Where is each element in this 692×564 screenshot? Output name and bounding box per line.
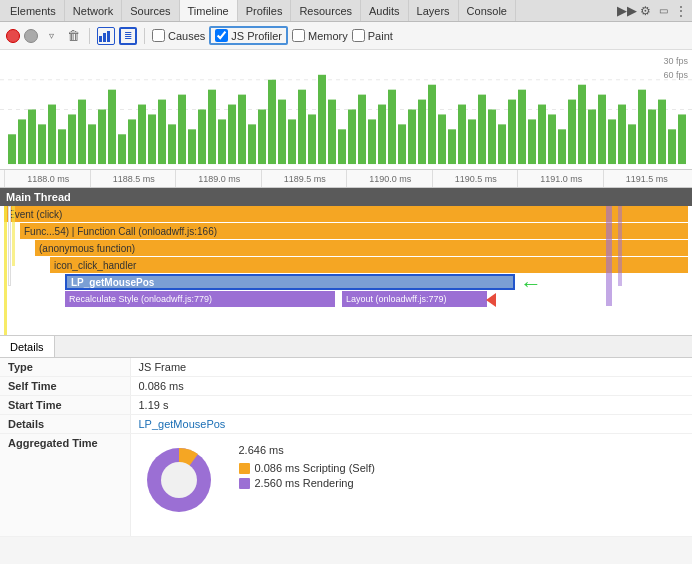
main-thread-header: Main Thread bbox=[0, 188, 692, 206]
settings-gear-icon[interactable]: ⚙ bbox=[636, 2, 654, 20]
tab-audits[interactable]: Audits bbox=[361, 0, 409, 21]
detail-row-starttime: Start Time 1.19 s bbox=[0, 396, 692, 415]
svg-rect-18 bbox=[138, 105, 146, 164]
detail-row-type: Type JS Frame bbox=[0, 358, 692, 377]
tab-sources[interactable]: Sources bbox=[122, 0, 179, 21]
svg-rect-37 bbox=[328, 100, 336, 164]
timeline-svg bbox=[0, 50, 692, 169]
detail-row-details: Details LP_getMousePos bbox=[0, 415, 692, 434]
tab-layers[interactable]: Layers bbox=[409, 0, 459, 21]
svg-rect-35 bbox=[308, 114, 316, 164]
tab-resources[interactable]: Resources bbox=[291, 0, 361, 21]
more-icon[interactable]: ⋮ bbox=[672, 2, 690, 20]
svg-rect-10 bbox=[58, 129, 66, 164]
svg-rect-48 bbox=[438, 114, 446, 164]
paint-checkbox[interactable] bbox=[352, 29, 365, 42]
svg-rect-72 bbox=[678, 114, 686, 164]
detail-key-details: Details bbox=[0, 415, 130, 434]
time-tick-5: 1190.5 ms bbox=[432, 170, 518, 187]
svg-rect-61 bbox=[568, 100, 576, 164]
detail-key-aggregated: Aggregated Time bbox=[0, 434, 130, 537]
svg-rect-57 bbox=[528, 119, 536, 164]
svg-rect-52 bbox=[478, 95, 486, 164]
js-profiler-box: JS Profiler bbox=[209, 26, 288, 45]
detail-row-aggregated: Aggregated Time bbox=[0, 434, 692, 537]
svg-rect-11 bbox=[68, 114, 76, 164]
svg-rect-55 bbox=[508, 100, 516, 164]
svg-rect-25 bbox=[208, 90, 216, 164]
svg-rect-50 bbox=[458, 105, 466, 164]
svg-rect-15 bbox=[108, 90, 116, 164]
svg-rect-69 bbox=[648, 110, 656, 165]
stop-button[interactable] bbox=[24, 29, 38, 43]
svg-rect-43 bbox=[388, 90, 396, 164]
detail-value-aggregated: 2.646 ms 0.086 ms Scripting (Self) 2.560… bbox=[130, 434, 692, 537]
separator-2 bbox=[144, 28, 145, 44]
detail-key-starttime: Start Time bbox=[0, 396, 130, 415]
memory-checkbox[interactable] bbox=[292, 29, 305, 42]
tab-elements[interactable]: Elements bbox=[2, 0, 65, 21]
svg-rect-62 bbox=[578, 85, 586, 164]
tab-network[interactable]: Network bbox=[65, 0, 122, 21]
svg-rect-1 bbox=[103, 33, 106, 42]
time-ruler: 1188.0 ms 1188.5 ms 1189.0 ms 1189.5 ms … bbox=[0, 170, 692, 188]
svg-rect-63 bbox=[588, 110, 596, 165]
time-tick-2: 1189.0 ms bbox=[175, 170, 261, 187]
svg-rect-45 bbox=[408, 110, 416, 165]
screen-icon[interactable]: ▭ bbox=[654, 2, 672, 20]
memory-checkbox-label[interactable]: Memory bbox=[292, 29, 348, 42]
svg-rect-5 bbox=[8, 134, 16, 164]
paint-checkbox-label[interactable]: Paint bbox=[352, 29, 393, 42]
legend-rendering-label: 2.560 ms Rendering bbox=[255, 477, 354, 489]
js-profiler-checkbox[interactable] bbox=[215, 29, 228, 42]
trash-icon[interactable]: 🗑 bbox=[64, 27, 82, 45]
run-icon[interactable]: ▶▶ bbox=[618, 2, 636, 20]
svg-rect-8 bbox=[38, 124, 46, 164]
svg-rect-46 bbox=[418, 100, 426, 164]
svg-point-74 bbox=[161, 462, 197, 498]
svg-rect-58 bbox=[538, 105, 546, 164]
svg-rect-65 bbox=[608, 119, 616, 164]
svg-rect-16 bbox=[118, 134, 126, 164]
js-profiler-checkbox-label[interactable]: JS Profiler bbox=[215, 29, 282, 42]
flame-row-3-label: icon_click_handler bbox=[54, 260, 136, 271]
flame-chart[interactable]: Event (click) Func...54) | Function Call… bbox=[0, 206, 692, 336]
svg-rect-2 bbox=[107, 31, 110, 42]
svg-rect-33 bbox=[288, 119, 296, 164]
svg-rect-49 bbox=[448, 129, 456, 164]
details-tab[interactable]: Details bbox=[0, 336, 55, 357]
details-tabs: Details bbox=[0, 336, 692, 358]
nav-tabs: Elements Network Sources Timeline Profil… bbox=[0, 0, 692, 22]
tab-profiles[interactable]: Profiles bbox=[238, 0, 292, 21]
detail-value-selftime: 0.086 ms bbox=[130, 377, 692, 396]
detail-link-lp-getmousepos[interactable]: LP_getMousePos bbox=[139, 418, 226, 430]
details-table: Type JS Frame Self Time 0.086 ms Start T… bbox=[0, 358, 692, 537]
flame-row-4-label: LP_getMousePos bbox=[71, 277, 154, 288]
causes-checkbox[interactable] bbox=[152, 29, 165, 42]
causes-checkbox-label[interactable]: Causes bbox=[152, 29, 205, 42]
tab-timeline[interactable]: Timeline bbox=[180, 0, 238, 21]
chart-total-label: 2.646 ms bbox=[239, 444, 375, 456]
svg-rect-12 bbox=[78, 100, 86, 164]
filter-icon[interactable]: ▿ bbox=[42, 27, 60, 45]
flame-chart-icon[interactable]: ≣ bbox=[119, 27, 137, 45]
svg-rect-13 bbox=[88, 124, 96, 164]
svg-rect-23 bbox=[188, 129, 196, 164]
svg-rect-36 bbox=[318, 75, 326, 164]
record-button[interactable] bbox=[6, 29, 20, 43]
svg-rect-64 bbox=[598, 95, 606, 164]
detail-key-type: Type bbox=[0, 358, 130, 377]
svg-rect-42 bbox=[378, 105, 386, 164]
pie-chart bbox=[139, 440, 229, 530]
green-arrow: ← bbox=[520, 271, 542, 297]
svg-rect-20 bbox=[158, 100, 166, 164]
time-tick-3: 1189.5 ms bbox=[261, 170, 347, 187]
svg-rect-47 bbox=[428, 85, 436, 164]
bar-chart-icon[interactable] bbox=[97, 27, 115, 45]
tab-console[interactable]: Console bbox=[459, 0, 516, 21]
legend-scripting: 0.086 ms Scripting (Self) bbox=[239, 462, 375, 474]
svg-rect-31 bbox=[268, 80, 276, 164]
svg-rect-44 bbox=[398, 124, 406, 164]
record-toolbar: ▿ 🗑 ≣ Causes JS Profiler Memory Paint bbox=[0, 22, 692, 50]
svg-rect-40 bbox=[358, 95, 366, 164]
